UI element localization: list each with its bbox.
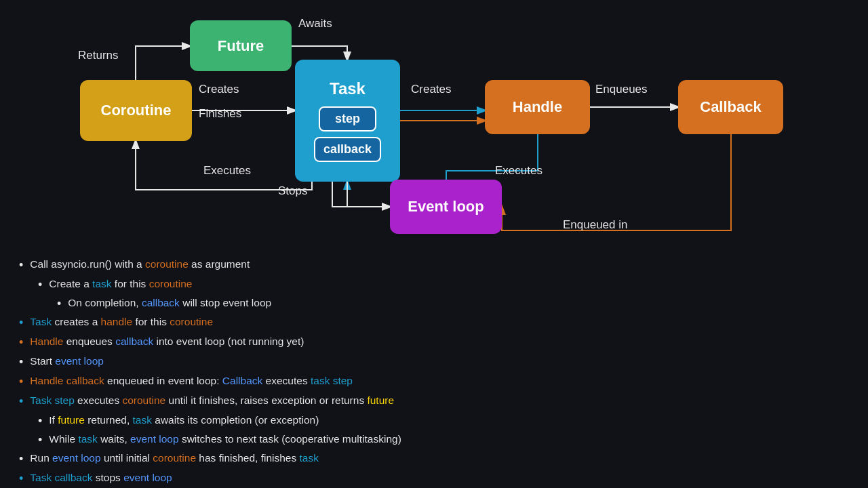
bullet-3: • Handle enqueues callback into event lo…	[19, 333, 849, 352]
node-callback: Callback	[678, 80, 783, 134]
label-returns: Returns	[78, 49, 119, 62]
diagram-area: Returns Awaits Creates Finishes Creates …	[0, 0, 868, 244]
label-enqueued-in: Enqueued in	[563, 218, 627, 232]
bullet-1-1-1: • On completion, callback will stop even…	[57, 295, 849, 313]
label-finishes: Finishes	[199, 107, 241, 121]
label-creates2: Creates	[411, 83, 452, 96]
bullet-5: • Handle callback enqueued in event loop…	[19, 373, 849, 391]
node-future: Future	[190, 20, 292, 71]
node-step: step	[319, 106, 376, 131]
bullet-1: • Call asyncio.run() with a coroutine as…	[19, 256, 849, 274]
node-task: Task step callback	[295, 60, 400, 182]
label-awaits: Awaits	[298, 17, 332, 30]
bullet-6-2: • While task waits, event loop switches …	[38, 431, 849, 449]
bullets-area: • Call asyncio.run() with a coroutine as…	[0, 244, 868, 488]
bullet-2: • Task creates a handle for this corouti…	[19, 314, 849, 332]
bullet-7: • Run event loop until initial coroutine…	[19, 450, 849, 468]
node-coroutine: Coroutine	[80, 80, 192, 141]
bullet-6: • Task step executes coroutine until it …	[19, 392, 849, 411]
label-stops: Stops	[278, 184, 307, 198]
bullet-1-1: • Create a task for this coroutine	[38, 276, 849, 294]
node-callback-inner: callback	[314, 137, 381, 162]
node-eventloop: Event loop	[390, 180, 502, 234]
label-executes1: Executes	[203, 164, 251, 178]
bullet-6-1: • If future returned, task awaits its co…	[38, 412, 849, 430]
label-executes2: Executes	[495, 164, 542, 178]
bullet-4: • Start event loop	[19, 353, 849, 371]
label-creates1: Creates	[199, 83, 239, 96]
bullet-8: • Task callback stops event loop	[19, 470, 849, 488]
label-enqueues: Enqueues	[595, 83, 648, 96]
node-handle: Handle	[485, 80, 590, 134]
